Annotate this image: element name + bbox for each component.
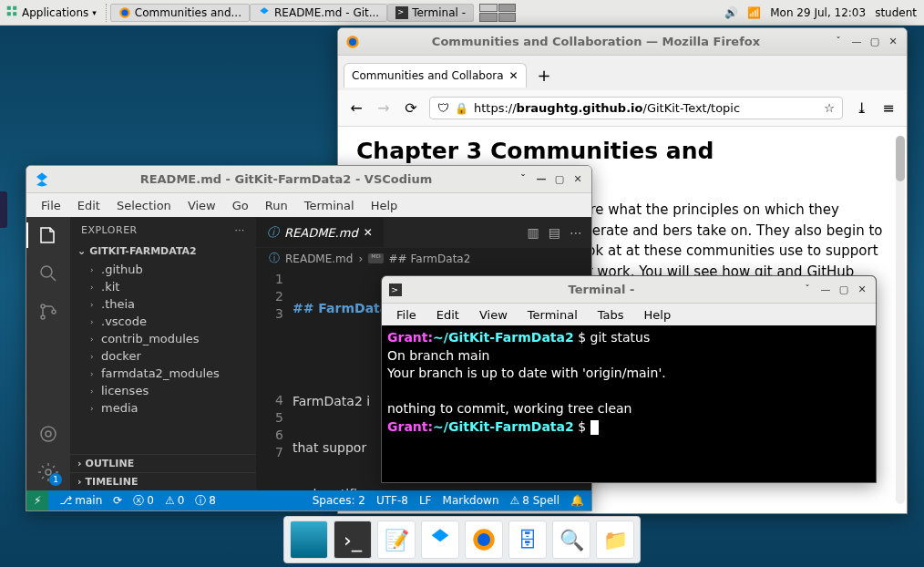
firefox-tab-strip: Communities and Collabora ✕ + [338, 56, 907, 90]
scrollbar[interactable] [896, 136, 905, 504]
dock-show-desktop[interactable] [290, 521, 328, 559]
clock[interactable]: Mon 29 Jul, 12:03 [770, 6, 866, 19]
tree-folder[interactable]: ›contrib_modules [70, 330, 256, 347]
minimize-rollup-button[interactable]: ˇ [517, 173, 529, 186]
shield-icon[interactable]: 🛡 [437, 101, 449, 115]
tree-folder[interactable]: ›.theia [70, 295, 256, 313]
search-icon[interactable] [37, 263, 59, 284]
maximize-button[interactable]: ▢ [868, 36, 881, 48]
spell-check[interactable]: ⚠ 8 Spell [510, 494, 560, 507]
minimize-button[interactable]: — [819, 284, 832, 296]
scrollbar-thumb[interactable] [896, 136, 905, 181]
source-control-icon[interactable] [37, 301, 59, 323]
menu-selection[interactable]: Selection [109, 197, 179, 214]
settings-gear-icon[interactable]: 1 [37, 461, 59, 483]
notifications-icon[interactable]: 🔔 [570, 494, 584, 507]
problems-warnings[interactable]: ⚠ 0 [165, 494, 184, 507]
dock-text-editor[interactable]: 📝 [377, 521, 416, 559]
workspace-switcher[interactable] [479, 4, 516, 22]
menu-file[interactable]: File [387, 306, 426, 324]
minimize-button[interactable]: — [850, 36, 863, 48]
editor-tab[interactable]: ⓘ README.md ✕ [256, 218, 384, 247]
menu-help[interactable]: Help [364, 197, 406, 214]
editor-more-icon[interactable]: ⋯ [570, 225, 582, 240]
remote-indicator[interactable]: ⚡ [26, 490, 48, 510]
split-editor-right-icon[interactable]: ▤ [549, 225, 560, 240]
tree-folder[interactable]: ›.vscode [70, 313, 256, 330]
close-button[interactable]: ✕ [856, 284, 868, 296]
dock-files[interactable]: 🗄 [508, 521, 547, 559]
eol[interactable]: LF [419, 494, 432, 507]
split-editor-icon[interactable]: ▥ [528, 225, 539, 240]
menu-view[interactable]: View [470, 306, 517, 324]
terminal-titlebar[interactable]: > Terminal - ˇ — ▢ ✕ [382, 276, 876, 304]
terminal-content[interactable]: Grant:~/GitKit-FarmData2 $ git status On… [382, 325, 876, 482]
dock-firefox[interactable] [465, 521, 503, 559]
minimize-rollup-button[interactable]: ˇ [832, 36, 845, 48]
dock-folder[interactable]: 📁 [596, 521, 634, 559]
bookmark-star-icon[interactable]: ☆ [824, 101, 835, 115]
explorer-more-icon[interactable]: ⋯ [235, 224, 246, 236]
extensions-icon[interactable] [37, 423, 59, 445]
menu-terminal[interactable]: Terminal [518, 306, 587, 324]
new-tab-button[interactable]: + [530, 62, 559, 88]
back-button[interactable]: ← [347, 99, 365, 117]
tab-close-icon[interactable]: ✕ [364, 226, 373, 239]
volume-icon[interactable]: 🔊 [724, 6, 738, 19]
project-header[interactable]: ⌄GITKIT-FARMDATA2 [70, 243, 256, 259]
lock-icon[interactable]: 🔒 [455, 102, 468, 115]
encoding[interactable]: UTF-8 [376, 494, 408, 507]
indentation[interactable]: Spaces: 2 [313, 494, 365, 507]
maximize-button[interactable]: ▢ [553, 173, 566, 186]
sync-icon[interactable]: ⟳ [113, 494, 122, 507]
tree-folder[interactable]: ›.github [70, 261, 256, 278]
menu-tabs[interactable]: Tabs [589, 306, 633, 324]
menu-view[interactable]: View [180, 197, 223, 214]
menu-edit[interactable]: Edit [427, 306, 468, 324]
maximize-button[interactable]: ▢ [837, 284, 850, 296]
taskbar-item-vscodium[interactable]: README.md - Git... [250, 4, 387, 22]
activity-bar: 1 [26, 217, 70, 490]
firefox-titlebar[interactable]: Communities and Collaboration — Mozilla … [338, 28, 907, 56]
network-icon[interactable]: 📶 [747, 6, 761, 19]
menu-edit[interactable]: Edit [70, 197, 108, 214]
explorer-icon[interactable] [37, 224, 59, 246]
taskbar-item-terminal[interactable]: > Terminal - [387, 4, 474, 22]
menu-file[interactable]: File [34, 197, 68, 214]
menu-help[interactable]: Help [635, 306, 681, 324]
tree-folder[interactable]: ›.kit [70, 278, 256, 295]
browser-tab[interactable]: Communities and Collabora ✕ [344, 63, 527, 88]
forward-button[interactable]: → [375, 99, 393, 117]
user-menu[interactable]: student [875, 6, 917, 19]
taskbar-item-firefox[interactable]: Communities and... [110, 4, 250, 22]
menu-run[interactable]: Run [258, 197, 295, 214]
dock-terminal[interactable]: ›_ [334, 521, 372, 559]
applications-menu[interactable]: Applications ▾ [0, 5, 102, 20]
vscodium-titlebar[interactable]: README.md - GitKit-FarmData2 - VSCodium … [26, 166, 591, 193]
minimize-rollup-button[interactable]: ˇ [801, 284, 814, 296]
language-mode[interactable]: Markdown [443, 494, 499, 507]
close-button[interactable]: ✕ [571, 173, 584, 186]
hamburger-menu-icon[interactable]: ≡ [879, 99, 898, 117]
problems-info[interactable]: ⓘ 8 [195, 493, 216, 509]
timeline-section[interactable]: ›TIMELINE [70, 472, 256, 490]
close-button[interactable]: ✕ [887, 36, 899, 48]
tree-folder[interactable]: ›docker [70, 347, 256, 365]
tab-close-icon[interactable]: ✕ [509, 69, 518, 82]
dock-magnifier[interactable]: 🔍 [552, 521, 590, 559]
tree-folder[interactable]: ›media [70, 399, 256, 417]
minimize-button[interactable]: — [535, 173, 548, 186]
problems-errors[interactable]: ⓧ 0 [133, 493, 154, 509]
panel-edge-handle[interactable] [0, 191, 7, 228]
menu-terminal[interactable]: Terminal [297, 197, 362, 214]
tree-folder[interactable]: ›farmdata2_modules [70, 365, 256, 382]
git-branch[interactable]: ⎇ main [59, 494, 102, 507]
menu-go[interactable]: Go [225, 197, 256, 214]
reload-button[interactable]: ⟳ [402, 99, 420, 117]
downloads-icon[interactable]: ⤓ [852, 99, 870, 117]
breadcrumb[interactable]: ⓘ README.md › ᴹᴰ ## FarmData2 [256, 248, 591, 269]
address-bar[interactable]: 🛡 🔒 https://braughtg.github.io/GitKit-Te… [429, 97, 843, 119]
tree-folder[interactable]: ›licenses [70, 382, 256, 399]
outline-section[interactable]: ›OUTLINE [70, 454, 256, 472]
dock-vscodium[interactable] [421, 521, 459, 559]
